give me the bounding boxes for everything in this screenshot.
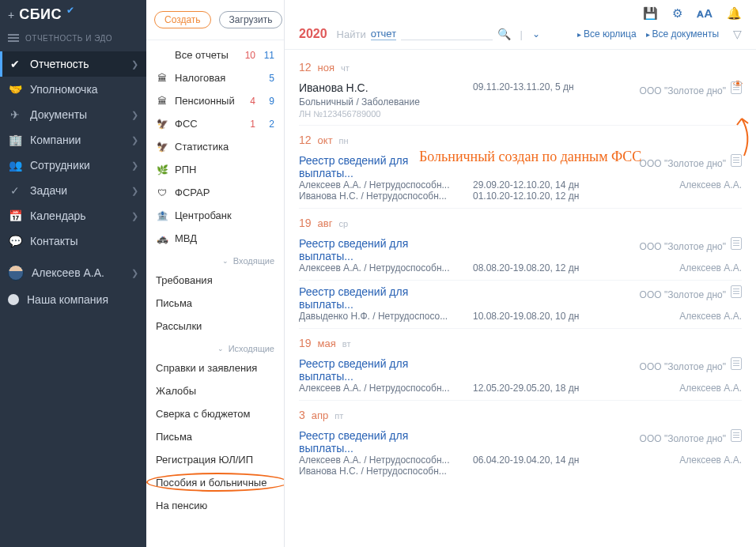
entry-code: ЛН №123456789000 xyxy=(299,109,742,119)
nav-label: Календарь xyxy=(30,209,123,222)
logo[interactable]: + СБИС ✔ xyxy=(0,0,146,29)
filter-item[interactable]: 🏛 Налоговая 5 xyxy=(146,66,284,89)
filter-label: Налоговая xyxy=(175,72,240,84)
sidebar-user[interactable]: Алексеев А.А. ❯ xyxy=(0,258,146,287)
inbox-item[interactable]: Требования xyxy=(146,269,284,292)
filter-label: Все отчеты xyxy=(175,49,239,61)
entry-title[interactable]: Реестр сведений для выплаты... xyxy=(299,357,465,383)
inbox-item[interactable]: Рассылки xyxy=(146,315,284,338)
bird-icon: ✔ xyxy=(66,5,74,16)
filter-count-blue: 5 xyxy=(262,73,274,84)
nav-label: Документы xyxy=(30,108,123,121)
sidebar-item[interactable]: ✈ Документы ❯ xyxy=(0,102,146,127)
outbox-item[interactable]: Письма xyxy=(146,425,284,448)
filter-icon: 🏛 xyxy=(156,73,168,84)
list-item[interactable]: Реестр сведений для выплаты... ООО "Золо… xyxy=(299,424,742,483)
nav-icon: ✓ xyxy=(8,184,22,197)
brand-subtitle: ОТЧЕТНОСТЬ И ЭДО xyxy=(25,34,112,43)
group-incoming[interactable]: ⌄ Входящие xyxy=(146,250,284,269)
top-toolbar: 💾 ⚙ ᴀA 🔔 xyxy=(285,0,756,21)
search-hint[interactable]: отчет xyxy=(371,28,396,40)
font-size-icon[interactable]: ᴀA xyxy=(697,6,713,21)
date-header: 19 мая вт xyxy=(299,337,742,349)
chevron-right-icon: ❯ xyxy=(131,110,138,120)
filter-item[interactable]: 🏛 Пенсионный 4 9 xyxy=(146,89,284,112)
filter-icon: 🏦 xyxy=(156,210,168,221)
date-header: 12 окт пн xyxy=(299,134,742,146)
entry-title[interactable]: Реестр сведений для выплаты... xyxy=(299,285,465,311)
main-panel: 💾 ⚙ ᴀA 🔔 2020 Найти отчет 🔍 | ⌄ Все юрли… xyxy=(285,0,756,547)
sidebar-org[interactable]: Наша компания xyxy=(0,287,146,312)
filter-count-blue: 9 xyxy=(262,96,274,107)
entry-title[interactable]: Реестр сведений для выплаты... xyxy=(299,237,465,262)
outbox-item[interactable]: Регистрация ЮЛ/ИП xyxy=(146,448,284,471)
crumb-entities[interactable]: Все юрлица xyxy=(577,28,636,40)
nav-label: Уполномочка xyxy=(30,83,138,96)
create-button[interactable]: Создать xyxy=(154,11,211,28)
list-item[interactable]: Реестр сведений для выплаты... ООО "Золо… xyxy=(299,281,742,329)
list-item[interactable]: Реестр сведений для выплаты... ООО "Золо… xyxy=(299,232,742,281)
filter-item[interactable]: 🦅 Статистика xyxy=(146,135,284,158)
sidebar-item[interactable]: 👥 Сотрудники ❯ xyxy=(0,153,146,178)
outbox-item[interactable]: Сверка с бюджетом xyxy=(146,402,284,425)
crumb-documents[interactable]: Все документы xyxy=(646,28,719,40)
date-header: 19 авг ср xyxy=(299,217,742,229)
sidebar-item[interactable]: 🤝 Уполномочка xyxy=(0,77,146,102)
chevron-right-icon: ❯ xyxy=(131,211,138,221)
year-filter[interactable]: 2020 xyxy=(299,27,327,41)
filter-item[interactable]: 🦅 ФСС 1 2 xyxy=(146,112,284,135)
filter-item[interactable]: 🛡 ФСРАР xyxy=(146,181,284,204)
date-header: 3 апр пт xyxy=(299,409,742,421)
outbox-item[interactable]: Справки и заявления xyxy=(146,356,284,379)
nav-label: Сотрудники xyxy=(30,159,123,172)
menu-icon[interactable] xyxy=(8,32,19,43)
filter-count-red: 10 xyxy=(245,50,255,61)
chevron-down-icon: ⌄ xyxy=(217,345,224,353)
document-icon xyxy=(731,429,742,442)
filter-item[interactable]: 🌿 РПН xyxy=(146,158,284,181)
nav-icon: 👥 xyxy=(8,159,22,172)
chevron-right-icon: ❯ xyxy=(131,59,138,70)
list-item[interactable]: Реестр сведений для выплаты... ООО "Золо… xyxy=(299,353,742,401)
sidebar-item[interactable]: 📅 Календарь ❯ xyxy=(0,203,146,228)
filter-item[interactable]: 🚓 МВД xyxy=(146,227,284,250)
chevron-right-icon: ❯ xyxy=(131,160,138,171)
search-icon[interactable]: 🔍 xyxy=(497,28,511,40)
gear-icon[interactable]: ⚙ xyxy=(672,6,682,21)
sidebar-item[interactable]: 💬 Контакты xyxy=(0,228,146,254)
outbox-item[interactable]: Жалобы xyxy=(146,379,284,402)
list-item[interactable]: 👁 Иванова Н.С. 09.11.20-13.11.20, 5 дн О… xyxy=(299,77,742,126)
nav-label: Задачи xyxy=(30,184,123,197)
entry-title[interactable]: Реестр сведений для выплаты... xyxy=(299,429,465,455)
nav-icon: ✈ xyxy=(8,108,22,121)
sidebar-item[interactable]: ✔ Отчетность ❯ xyxy=(0,51,146,77)
group-outgoing[interactable]: ⌄ Исходящие xyxy=(146,338,284,356)
nav-icon: 🤝 xyxy=(8,83,22,96)
upload-button[interactable]: Загрузить xyxy=(219,11,283,28)
document-icon xyxy=(731,154,742,167)
filter-label: МВД xyxy=(175,232,240,244)
outbox-item[interactable]: Пособия и больничные xyxy=(146,471,284,494)
nav-label: Контакты xyxy=(30,235,138,247)
inbox-item[interactable]: Письма xyxy=(146,292,284,315)
filter-count-red: 4 xyxy=(246,96,255,107)
chevron-right-icon: ❯ xyxy=(131,186,138,196)
document-list: 12 ноя чт 👁 Иванова Н.С. 09.11.20-13.11.… xyxy=(285,50,756,547)
outbox-item[interactable]: На пенсию xyxy=(146,494,284,517)
filter-label: РПН xyxy=(175,164,240,175)
list-item[interactable]: Реестр сведений для выплаты... ООО "Золо… xyxy=(299,149,742,209)
entry-title[interactable]: Реестр сведений для выплаты... xyxy=(299,154,465,179)
save-icon[interactable]: 💾 xyxy=(643,6,658,21)
search-input[interactable] xyxy=(401,29,492,40)
filter-label: Центробанк xyxy=(175,209,240,221)
chevron-down-icon: ⌄ xyxy=(222,257,229,265)
sidebar-item[interactable]: ✓ Задачи ❯ xyxy=(0,178,146,203)
filter-item[interactable]: Все отчеты 10 11 xyxy=(146,43,284,66)
notification-icon[interactable]: 🔔 xyxy=(727,6,742,21)
brand-subtitle-row[interactable]: ОТЧЕТНОСТЬ И ЭДО xyxy=(0,29,146,51)
filter-icon[interactable]: ▽ xyxy=(733,28,742,40)
filter-item[interactable]: 🏦 Центробанк xyxy=(146,204,284,227)
sidebar-item[interactable]: 🏢 Компании ❯ xyxy=(0,127,146,153)
chevron-down-icon[interactable]: ⌄ xyxy=(532,28,540,40)
filter-count-blue: 2 xyxy=(262,119,274,130)
